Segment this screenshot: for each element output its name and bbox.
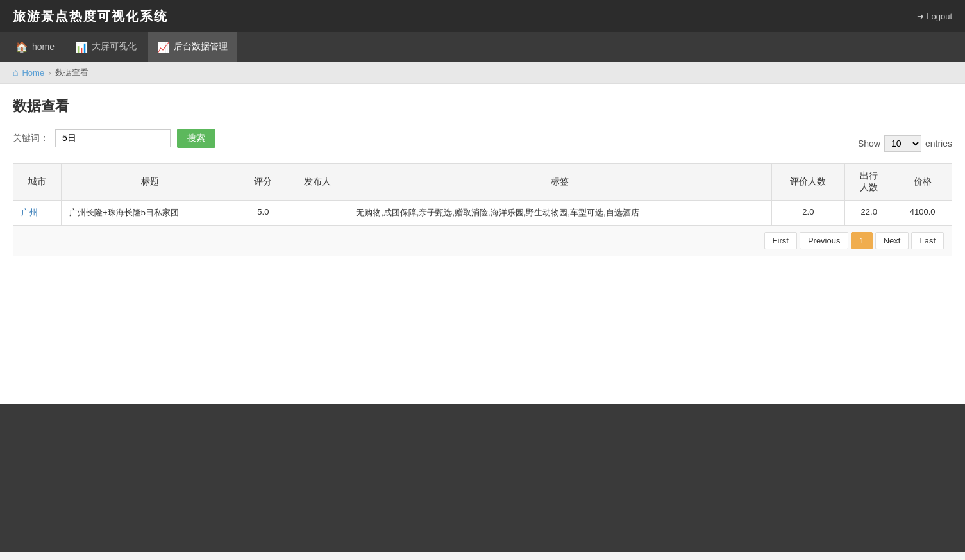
cell-title: 广州长隆+珠海长隆5日私家团 [62,201,239,226]
breadcrumb: ⌂ Home › 数据查看 [0,62,965,84]
entries-select[interactable]: 10 25 50 100 [884,135,921,152]
col-header-departures: 出行 人数 [845,164,893,201]
footer [0,404,965,552]
current-page-button[interactable]: 1 [851,232,872,249]
previous-button[interactable]: Previous [800,232,849,249]
table-header-row: 城市 标题 评分 发布人 标签 评价人数 出行 人数 价格 [13,164,952,201]
chart-icon: 📊 [75,41,88,53]
show-entries: Show 10 25 50 100 entries [858,135,952,152]
cell-price: 4100.0 [893,201,952,226]
data-icon: 📈 [157,41,170,53]
controls-row: 关键词： 搜索 Show 10 25 50 100 entries [13,129,952,158]
col-header-tags: 标签 [348,164,771,201]
breadcrumb-current: 数据查看 [55,67,88,78]
navbar: 🏠 home 📊 大屏可视化 📈 后台数据管理 [0,32,965,62]
logout-icon: ➜ [917,12,924,21]
header: 旅游景点热度可视化系统 ➜ Logout [0,0,965,32]
next-button[interactable]: Next [875,232,909,249]
cell-reviews: 2.0 [771,201,845,226]
col-header-reviews: 评价人数 [771,164,845,201]
col-header-price: 价格 [893,164,952,201]
breadcrumb-separator: › [48,68,51,78]
nav-visualization[interactable]: 📊 大屏可视化 [66,32,146,62]
app-title: 旅游景点热度可视化系统 [13,8,168,25]
cell-city: 广州 [13,201,62,226]
home-icon: 🏠 [15,41,28,53]
data-table: 城市 标题 评分 发布人 标签 评价人数 出行 人数 价格 广州 广州长隆+珠海… [13,163,952,226]
nav-home[interactable]: 🏠 home [6,32,63,62]
cell-publisher [287,201,348,226]
search-input[interactable] [55,129,171,147]
search-label: 关键词： [13,133,49,144]
cell-departures: 22.0 [845,201,893,226]
table-row: 广州 广州长隆+珠海长隆5日私家团 5.0 无购物,成团保障,亲子甄选,赠取消险… [13,201,952,226]
pagination-bar: First Previous 1 Next Last [13,226,952,256]
search-button[interactable]: 搜索 [177,129,215,148]
breadcrumb-home-icon: ⌂ [13,67,18,78]
last-button[interactable]: Last [911,232,944,249]
breadcrumb-home-link[interactable]: Home [22,68,44,78]
cell-rating: 5.0 [239,201,287,226]
search-bar: 关键词： 搜索 [13,129,215,148]
col-header-rating: 评分 [239,164,287,201]
col-header-city: 城市 [13,164,62,201]
page-content: 数据查看 关键词： 搜索 Show 10 25 50 100 entries 城… [0,84,965,404]
cell-tags: 无购物,成团保障,亲子甄选,赠取消险,海洋乐园,野生动物园,车型可选,自选酒店 [348,201,771,226]
logout-button[interactable]: ➜ Logout [917,12,952,21]
first-button[interactable]: First [764,232,797,249]
city-link[interactable]: 广州 [21,208,38,217]
nav-data-management[interactable]: 📈 后台数据管理 [148,32,237,62]
col-header-title: 标题 [62,164,239,201]
col-header-publisher: 发布人 [287,164,348,201]
page-title: 数据查看 [13,97,952,116]
